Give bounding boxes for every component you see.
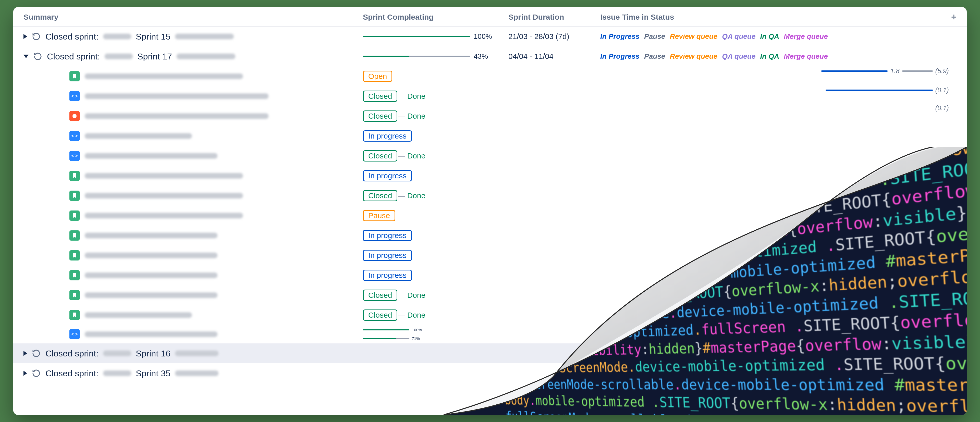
blurred-text [175,370,218,376]
issue-row[interactable]: <>Closed—Done [13,86,967,106]
issue-type-icon: <> [69,131,80,141]
resolution-label: Done [407,152,425,160]
status-legend: In Progress Pause Review queue QA queue … [600,32,956,41]
blurred-text [177,54,235,59]
expand-icon[interactable] [24,351,27,356]
sprint-progress: 43% [363,52,508,60]
status-timeline: (0.1) [826,86,949,94]
issue-row[interactable]: In progress [13,166,967,186]
status-timeline: 1.8 (5.9) [821,67,949,75]
collapse-icon[interactable] [24,55,29,58]
progress-pct: 100% [474,32,492,41]
status-pill[interactable]: Closed [363,150,397,162]
issue-row[interactable]: Closed—Done [13,186,967,206]
col-header-compl[interactable]: Sprint Compleating [363,13,508,21]
blurred-text [103,370,131,376]
blurred-text [103,351,131,356]
issue-type-icon [69,190,80,201]
resolution-label: Done [407,191,425,200]
mini-progress: 100% [363,328,465,332]
sprint-duration: 21/03 - 28/03 (7d) [508,32,600,41]
blurred-text [85,153,218,159]
resolution-label: Done [407,291,425,299]
blurred-text [85,233,218,238]
blurred-text [85,332,218,337]
status-pill[interactable]: In progress [363,270,412,281]
blurred-text [85,193,243,198]
status-pill[interactable]: Closed [363,90,397,102]
blurred-text [85,113,269,119]
blurred-text [85,133,192,139]
app-window: Summary Sprint Compleating Sprint Durati… [13,7,967,415]
sprint-name: Sprint 17 [137,52,172,62]
blurred-text [175,351,218,356]
status-pill[interactable]: Closed [363,309,397,321]
sprint-row[interactable]: Closed sprint: Sprint 15 100% 21/03 - 28… [13,27,967,46]
issue-type-icon: <> [69,329,80,340]
issue-row[interactable]: <>In progress [13,126,967,146]
resolution-label: Done [407,92,425,100]
progress-pct: 100% [412,328,422,332]
blurred-text [85,273,218,278]
issue-type-icon [69,250,80,260]
issue-type-icon: <> [69,151,80,161]
status-pill[interactable]: In progress [363,250,412,261]
sprint-name: Sprint 16 [136,349,170,359]
blurred-text [85,213,243,218]
sprint-icon [32,349,41,358]
blurred-text [105,54,133,59]
add-column-button[interactable]: + [941,12,956,22]
table-header: Summary Sprint Compleating Sprint Durati… [13,7,967,27]
blurred-text [103,34,131,39]
status-pill[interactable]: Closed [363,290,397,301]
blurred-text [85,292,218,298]
issue-type-icon [69,310,80,320]
expand-icon[interactable] [24,34,27,39]
sprint-duration: 04/04 - 11/04 [508,52,600,61]
issue-type-icon: <> [69,91,80,101]
status-pill[interactable]: In progress [363,230,412,241]
sprint-progress: 100% [363,32,508,41]
mini-progress: 71% [363,336,465,341]
sprint-name: Sprint 35 [136,368,170,378]
status-timeline: (0.1) [935,104,949,112]
blurred-text [85,252,218,258]
col-header-status[interactable]: Issue Time in Status [600,13,941,21]
issue-type-icon [69,230,80,241]
status-pill[interactable]: In progress [363,130,412,141]
status-pill[interactable]: Pause [363,210,395,221]
blurred-text [85,312,192,318]
sprint-name: Sprint 15 [136,32,170,41]
sprint-label: Closed sprint: [45,368,99,378]
sprint-icon [32,32,41,41]
progress-pct: 71% [412,336,420,341]
issue-type-icon [69,71,80,81]
col-header-duration[interactable]: Sprint Duration [508,13,600,21]
sprint-label: Closed sprint: [45,32,99,41]
blurred-text [85,173,243,179]
sprint-row[interactable]: Closed sprint: Sprint 17 43% 04/04 - 11/… [13,46,967,66]
status-pill[interactable]: Closed [363,190,397,201]
progress-pct: 43% [474,52,488,60]
blurred-text [85,94,269,99]
issue-row[interactable]: Closed—Done [13,106,967,126]
issue-type-icon [69,171,80,181]
blurred-text [85,73,243,79]
sprint-icon [33,52,42,61]
issue-type-icon [69,111,80,121]
resolution-label: Done [407,311,425,319]
status-pill[interactable]: Closed [363,111,397,122]
issue-row[interactable]: <>Closed—Done [13,146,967,166]
status-pill[interactable]: In progress [363,170,412,181]
status-legend: In Progress Pause Review queue QA queue … [600,52,956,60]
sprint-label: Closed sprint: [45,349,99,359]
blurred-text [175,34,234,39]
expand-icon[interactable] [24,371,27,376]
status-pill[interactable]: Open [363,71,392,82]
col-header-summary[interactable]: Summary [24,13,363,21]
sprint-icon [32,369,41,378]
sprint-label: Closed sprint: [47,52,100,62]
issue-type-icon [69,211,80,221]
issue-type-icon [69,290,80,300]
issue-type-icon [69,270,80,281]
